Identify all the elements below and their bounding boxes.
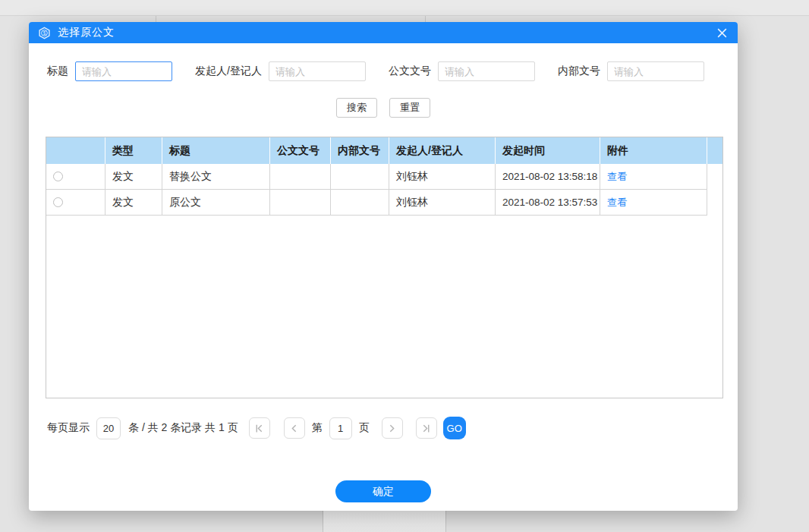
background-top-strip [0, 0, 809, 16]
last-page-icon [421, 423, 431, 433]
background-edge [156, 16, 156, 22]
cell-time: 2021-08-02 13:58:18 [496, 164, 600, 189]
prev-page-button[interactable] [284, 417, 305, 439]
svg-text:$: $ [43, 30, 46, 35]
internal-no-field[interactable] [607, 61, 704, 81]
header-type: 类型 [105, 137, 162, 164]
per-page-input[interactable] [96, 417, 121, 439]
background-table-cell [323, 511, 445, 532]
header-doc-no: 公文文号 [270, 137, 331, 164]
row-radio-button[interactable] [53, 172, 63, 181]
go-button[interactable]: GO [443, 417, 466, 439]
cell-doc-no [270, 164, 331, 189]
cell-type: 发文 [105, 190, 162, 215]
header-title: 标题 [162, 137, 270, 164]
search-button[interactable]: 搜索 [336, 98, 377, 118]
first-page-icon [254, 423, 264, 433]
page-suffix-label: 页 [359, 421, 370, 435]
cell-initiator: 刘钰林 [389, 164, 496, 189]
close-icon [716, 27, 728, 39]
header-time: 发起时间 [496, 137, 600, 164]
header-internal-no: 内部文号 [331, 137, 389, 164]
close-button[interactable] [715, 26, 729, 39]
initiator-field[interactable] [269, 61, 366, 81]
page-prefix-label: 第 [312, 421, 323, 435]
cell-internal-no [331, 190, 389, 215]
header-attachment: 附件 [600, 137, 707, 164]
cell-title: 替换公文 [162, 164, 270, 189]
dialog-title: 选择原公文 [58, 26, 115, 39]
title-field-label: 标题 [47, 65, 68, 78]
filter-bar: 标题 发起人/登记人 公文文号 内部文号 [29, 61, 738, 81]
cell-internal-no [331, 164, 389, 189]
title-field[interactable] [75, 61, 172, 81]
doc-no-field[interactable] [438, 61, 535, 81]
header-select [46, 137, 105, 164]
header-filler [707, 137, 722, 164]
table-row: 发文 替换公文 刘钰林 2021-08-02 13:58:18 查看 [46, 164, 707, 190]
cell-title: 原公文 [162, 190, 270, 215]
cell-doc-no [270, 190, 331, 215]
header-initiator: 发起人/登记人 [389, 137, 496, 164]
initiator-field-label: 发起人/登记人 [195, 65, 262, 78]
dialog-title-bar: $ 选择原公文 [29, 22, 738, 43]
cell-time: 2021-08-02 13:57:53 [496, 190, 600, 215]
doc-no-field-label: 公文文号 [389, 65, 431, 78]
background-edge [323, 510, 323, 532]
first-page-button[interactable] [249, 417, 270, 439]
view-attachment-link[interactable]: 查看 [607, 196, 627, 209]
row-radio-button[interactable] [53, 197, 63, 207]
background-edge [425, 16, 426, 22]
pagination-bar: 每页显示 条 / 共 2 条记录 共 1 页 第 页 GO [47, 417, 466, 439]
reset-button[interactable]: 重置 [389, 98, 430, 118]
page-number-input[interactable] [329, 417, 352, 439]
records-summary: 条 / 共 2 条记录 共 1 页 [128, 421, 238, 435]
hexagon-dollar-icon: $ [38, 27, 51, 39]
documents-table: 类型 标题 公文文号 内部文号 发起人/登记人 发起时间 附件 发文 替换公文 … [46, 137, 723, 398]
prev-page-icon [289, 423, 299, 433]
internal-no-field-label: 内部文号 [558, 65, 600, 78]
cell-initiator: 刘钰林 [389, 190, 496, 215]
table-header-row: 类型 标题 公文文号 内部文号 发起人/登记人 发起时间 附件 [46, 137, 722, 164]
table-row: 发文 原公文 刘钰林 2021-08-02 13:57:53 查看 [46, 190, 707, 216]
next-page-icon [387, 423, 397, 433]
next-page-button[interactable] [382, 417, 403, 439]
select-original-document-dialog: $ 选择原公文 标题 发起人/登记人 公文文号 内部文号 搜索 重置 类型 标题… [29, 22, 738, 511]
per-page-label: 每页显示 [47, 421, 90, 435]
background-edge [445, 510, 446, 532]
view-attachment-link[interactable]: 查看 [607, 170, 627, 184]
confirm-button[interactable]: 确定 [335, 480, 431, 502]
last-page-button[interactable] [416, 417, 437, 439]
filter-actions: 搜索 重置 [29, 98, 738, 118]
cell-type: 发文 [105, 164, 162, 189]
